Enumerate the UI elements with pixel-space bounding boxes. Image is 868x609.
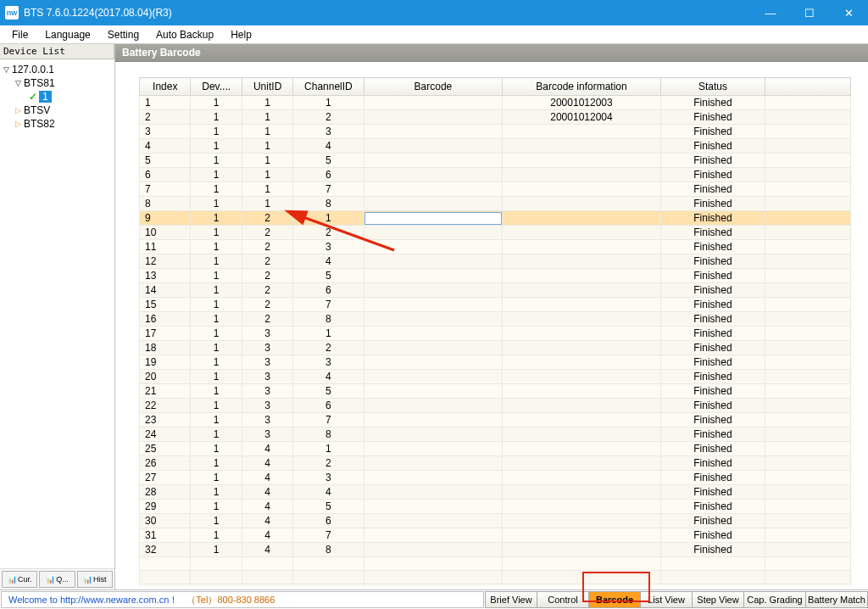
table-row[interactable]: 22136Finished: [140, 399, 851, 413]
col-status[interactable]: Status: [660, 78, 765, 96]
status-welcome: Welcome to http://www.neware.com.cn！: [8, 594, 178, 606]
table-row-empty: [140, 571, 851, 584]
table-row[interactable]: 3113Finished: [140, 125, 851, 139]
menu-bar: FileLanguageSettingAuto BackupHelp: [0, 25, 868, 44]
tab-control[interactable]: Control: [537, 591, 589, 608]
chart-icon: 📊: [46, 575, 54, 584]
table-row[interactable]: 31147Finished: [140, 528, 851, 543]
tree-leaf-1[interactable]: ✓1: [2, 90, 113, 103]
table-row[interactable]: 10122Finished: [140, 226, 851, 240]
table-row[interactable]: 11123Finished: [140, 240, 851, 254]
table-row[interactable]: 29145Finished: [140, 500, 851, 514]
table-row[interactable]: 15127Finished: [140, 298, 851, 312]
table-row[interactable]: 111120001012003Finished: [140, 96, 851, 110]
barcode-table: IndexDev....UnitIDChannelIDBarcodeBarcod…: [139, 77, 851, 586]
table-row[interactable]: 7117Finished: [140, 182, 851, 197]
table-row[interactable]: 4114Finished: [140, 139, 851, 154]
barcode-input[interactable]: [364, 212, 503, 225]
col-channelid[interactable]: ChannelID: [293, 78, 364, 96]
table-row[interactable]: 32148Finished: [140, 543, 851, 557]
table-row[interactable]: 16128Finished: [140, 312, 851, 327]
table-row[interactable]: 12124Finished: [140, 254, 851, 269]
tree-root[interactable]: ▽127.0.0.1: [2, 63, 113, 76]
table-row[interactable]: 9121Finished: [140, 211, 851, 226]
table-row[interactable]: 211220001012004Finished: [140, 110, 851, 125]
tree-node-bts82[interactable]: ▷BTS82: [2, 117, 113, 131]
menu-auto-backup[interactable]: Auto Backup: [147, 25, 222, 43]
tab-step-view[interactable]: Step View: [692, 591, 744, 608]
tab-brief-view[interactable]: Brief View: [485, 591, 537, 608]
minimize-button[interactable]: —: [751, 0, 790, 25]
col-extra[interactable]: [765, 78, 851, 96]
table-row[interactable]: 19133Finished: [140, 355, 851, 370]
col-unitid[interactable]: UnitID: [242, 78, 292, 96]
tab-battery-match[interactable]: Battery Match: [805, 591, 868, 608]
chart-icon: 📊: [83, 575, 92, 584]
tab-cap-grading[interactable]: Cap. Grading: [743, 591, 806, 608]
title-bar: nw BTS 7.6.0.1224(2017.08.04)(R3) — ☐ ✕: [0, 0, 868, 25]
table-row[interactable]: 30146Finished: [140, 514, 851, 528]
table-row[interactable]: 20134Finished: [140, 370, 851, 384]
table-row[interactable]: 8118Finished: [140, 197, 851, 211]
device-sidebar: Device List ▽127.0.0.1▽BTS81✓1▷BTSV▷BTS8…: [0, 44, 115, 589]
col-barcode[interactable]: Barcode: [364, 78, 503, 96]
col-index[interactable]: Index: [140, 78, 191, 96]
annotation-highlight-box: [582, 572, 650, 602]
menu-language[interactable]: Language: [36, 25, 98, 43]
table-row[interactable]: 6116Finished: [140, 168, 851, 182]
maximize-button[interactable]: ☐: [790, 0, 829, 25]
table-row[interactable]: 26142Finished: [140, 456, 851, 471]
table-row[interactable]: 5115Finished: [140, 154, 851, 168]
app-icon: nw: [5, 6, 19, 20]
close-button[interactable]: ✕: [829, 0, 868, 25]
sidebar-btn-hist[interactable]: 📊Hist: [77, 571, 113, 588]
table-row[interactable]: 27143Finished: [140, 471, 851, 485]
panel-title: Battery Barcode: [115, 44, 868, 62]
table-row-empty: [140, 584, 851, 587]
menu-help[interactable]: Help: [222, 25, 260, 43]
status-message: Welcome to http://www.neware.com.cn！ （Te…: [1, 591, 484, 608]
table-row[interactable]: 14126Finished: [140, 283, 851, 298]
table-row[interactable]: 28144Finished: [140, 485, 851, 500]
bottom-bar: Welcome to http://www.neware.com.cn！ （Te…: [0, 589, 868, 609]
table-row[interactable]: 25141Finished: [140, 442, 851, 456]
col-dev-[interactable]: Dev....: [191, 78, 242, 96]
sidebar-footer: 📊Cur.📊Q...📊Hist: [0, 568, 114, 589]
barcode-table-scroll[interactable]: IndexDev....UnitIDChannelIDBarcodeBarcod…: [139, 77, 860, 586]
chart-icon: 📊: [8, 575, 16, 584]
table-row[interactable]: 23137Finished: [140, 413, 851, 427]
table-row[interactable]: 21135Finished: [140, 384, 851, 399]
tree-node-bts81[interactable]: ▽BTS81: [2, 76, 113, 90]
table-row[interactable]: 24138Finished: [140, 427, 851, 442]
sidebar-btn-q[interactable]: 📊Q...: [39, 571, 75, 588]
tree-node-btsv[interactable]: ▷BTSV: [2, 103, 113, 117]
table-row[interactable]: 18132Finished: [140, 341, 851, 355]
table-row[interactable]: 13125Finished: [140, 269, 851, 283]
table-row[interactable]: 17131Finished: [140, 327, 851, 341]
status-tel: （Tel）800-830 8866: [186, 594, 275, 606]
sidebar-header: Device List: [0, 44, 114, 59]
sidebar-btn-cur[interactable]: 📊Cur.: [2, 571, 37, 588]
table-row-empty: [140, 557, 851, 571]
menu-setting[interactable]: Setting: [99, 25, 147, 43]
window-title: BTS 7.6.0.1224(2017.08.04)(R3): [24, 7, 172, 19]
menu-file[interactable]: File: [3, 25, 36, 43]
device-tree[interactable]: ▽127.0.0.1▽BTS81✓1▷BTSV▷BTS82: [0, 59, 114, 568]
col-barcode-information[interactable]: Barcode information: [503, 78, 660, 96]
